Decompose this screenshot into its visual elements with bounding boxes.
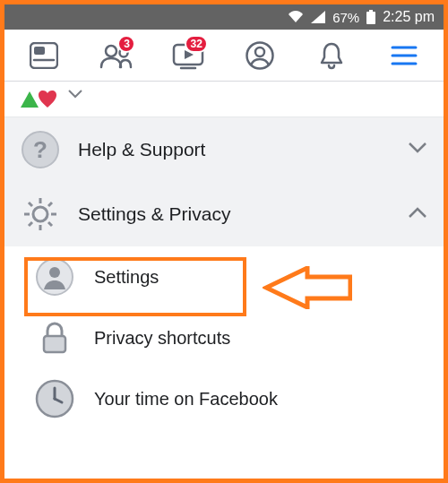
tab-notifications[interactable] — [305, 30, 358, 82]
battery-percent: 67% — [332, 10, 359, 25]
watch-badge: 32 — [185, 35, 207, 53]
lock-icon — [35, 318, 74, 358]
svg-point-27 — [49, 267, 60, 278]
signal-icon — [311, 11, 325, 23]
menu-help-support[interactable]: ? Help & Support — [4, 117, 444, 182]
svg-line-22 — [29, 203, 32, 206]
clock-icon — [35, 379, 74, 418]
svg-line-24 — [29, 222, 32, 226]
see-more-icons — [19, 90, 58, 109]
svg-rect-3 — [30, 43, 57, 68]
svg-point-11 — [255, 47, 264, 56]
person-icon — [35, 257, 74, 297]
friends-badge: 3 — [117, 35, 135, 53]
chevron-up-icon — [408, 206, 427, 222]
clock: 2:25 pm — [383, 9, 435, 25]
wifi-icon — [288, 11, 304, 23]
tab-watch[interactable]: 32 — [161, 30, 215, 82]
submenu-settings[interactable]: Settings — [35, 246, 444, 307]
svg-rect-1 — [369, 10, 373, 12]
see-more-row[interactable] — [4, 82, 444, 117]
svg-line-25 — [48, 203, 52, 206]
svg-line-23 — [48, 222, 52, 226]
svg-point-6 — [106, 46, 116, 56]
chevron-down-icon — [67, 87, 83, 112]
tab-menu[interactable] — [377, 30, 431, 82]
status-bar: 67% 2:25 pm — [4, 4, 444, 30]
submenu-privacy-shortcuts[interactable]: Privacy shortcuts — [35, 307, 444, 368]
svg-text:?: ? — [33, 136, 47, 163]
submenu-label: Settings — [94, 267, 427, 288]
menu-list: ? Help & Support — [4, 117, 444, 429]
gear-icon — [21, 194, 60, 234]
chevron-down-icon — [408, 142, 427, 158]
settings-privacy-sublist: Settings Privacy shortcuts Your time on … — [4, 246, 444, 429]
tab-friends[interactable]: 3 — [89, 30, 142, 82]
menu-settings-privacy[interactable]: Settings & Privacy — [4, 182, 444, 246]
battery-icon — [366, 10, 375, 24]
submenu-label: Privacy shortcuts — [94, 328, 427, 349]
submenu-label: Your time on Facebook — [94, 389, 427, 410]
screenshot-frame: 67% 2:25 pm 3 32 — [0, 0, 448, 483]
svg-point-17 — [33, 207, 47, 221]
tab-profile[interactable] — [233, 30, 287, 82]
svg-rect-4 — [34, 47, 45, 55]
top-tab-bar: 3 32 — [4, 30, 444, 82]
menu-label: Help & Support — [78, 139, 390, 160]
svg-rect-28 — [44, 336, 65, 352]
menu-label: Settings & Privacy — [78, 203, 390, 225]
tab-feed[interactable] — [17, 30, 71, 82]
submenu-your-time[interactable]: Your time on Facebook — [35, 368, 444, 429]
help-icon: ? — [21, 130, 60, 169]
